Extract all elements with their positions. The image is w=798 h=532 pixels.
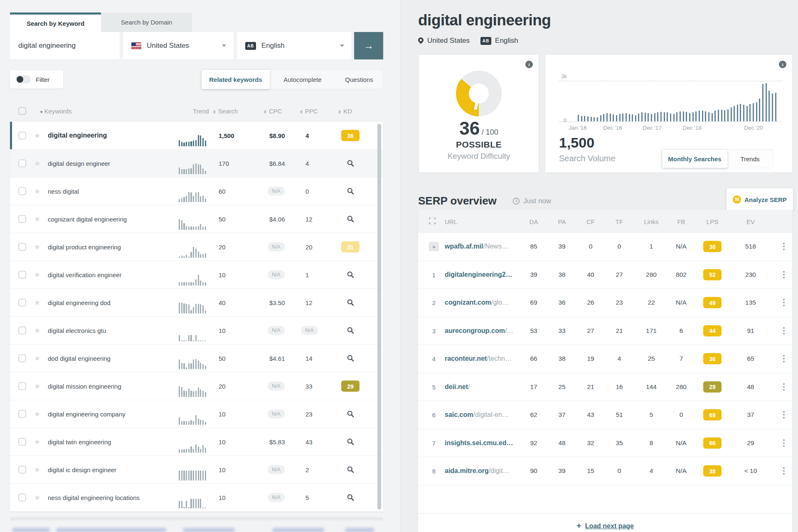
kebab-menu-icon[interactable] — [783, 243, 785, 250]
load-next-page-link[interactable]: Load next page — [585, 522, 634, 530]
serp-url-link[interactable]: digitalengineering2… — [445, 271, 512, 278]
keyword-search-input[interactable] — [10, 32, 120, 59]
serp-url-link[interactable]: aurecongroup.com/… — [445, 327, 513, 335]
select-all-checkbox[interactable] — [18, 107, 26, 115]
tab-search-by-domain[interactable]: Search by Domain — [101, 12, 192, 32]
row-checkbox[interactable] — [18, 271, 26, 279]
info-icon[interactable]: i — [525, 61, 533, 68]
serp-row[interactable]: 7 insights.sei.cmu.ed… 924832358N/A 66 2… — [418, 429, 792, 458]
serp-row[interactable]: 3 aurecongroup.com/… 533327211716 44 91 — [418, 317, 792, 345]
keyword-row[interactable]: ★ digital design engineer 170 $6.84 4 — [10, 150, 383, 177]
serp-url-link[interactable]: insights.sei.cmu.ed… — [445, 439, 513, 447]
row-checkbox[interactable] — [18, 160, 26, 167]
kd-cell[interactable] — [340, 410, 360, 418]
keyword-row[interactable]: ★ digital verification engineer 10 N/A 1 — [10, 261, 383, 289]
serp-url-link[interactable]: saic.com/digital-en… — [445, 411, 509, 419]
kd-cell[interactable]: 31 — [340, 241, 360, 253]
kd-cell[interactable] — [340, 466, 360, 474]
row-checkbox[interactable] — [18, 327, 26, 335]
filter-toggle[interactable]: Filter — [10, 70, 63, 89]
tab-related-keywords[interactable]: Related keywords — [202, 70, 270, 89]
kd-cell[interactable]: 29 — [340, 381, 360, 392]
keyword-row[interactable]: ★ digital twin engineering 10 $5.83 43 — [10, 428, 383, 456]
keyword-row[interactable]: ★ digital product engineering 20 N/A 20 … — [10, 233, 383, 261]
keyword-row[interactable]: ★ dod digital engineering 50 $4.61 14 — [10, 345, 383, 372]
serp-row[interactable]: » wpafb.af.mil/News… 8539001N/A 30 518 — [418, 233, 792, 261]
kd-cell[interactable]: 36 — [340, 130, 360, 141]
kebab-menu-icon[interactable] — [783, 355, 785, 362]
analyze-serp-button[interactable]: M Analyze SERP — [727, 188, 793, 211]
kebab-menu-icon[interactable] — [783, 467, 785, 475]
serp-url-link[interactable]: deii.net/ — [445, 383, 470, 391]
kd-cell[interactable] — [340, 299, 360, 307]
kebab-menu-icon[interactable] — [783, 439, 785, 447]
vertical-scrollbar[interactable] — [377, 124, 381, 510]
column-header-kd[interactable]: ▲▼KD — [338, 107, 352, 114]
tab-search-by-keyword[interactable]: Search by Keyword — [10, 12, 101, 32]
serp-row[interactable]: 4 raconteur.net/techn… 6638194257 36 65 — [418, 345, 792, 373]
serp-row[interactable]: 6 saic.com/digital-en… 6237435150 69 37 — [418, 401, 792, 429]
row-checkbox[interactable] — [18, 494, 26, 502]
country-select[interactable]: United States — [123, 32, 234, 59]
row-checkbox[interactable] — [18, 410, 26, 418]
star-icon[interactable]: ★ — [34, 187, 40, 196]
kd-cell[interactable] — [340, 327, 360, 335]
row-checkbox[interactable] — [18, 187, 26, 195]
serp-row[interactable]: 2 cognizant.com/glo… 6936262322N/A 49 13… — [418, 289, 792, 317]
tab-monthly-searches[interactable]: Monthly Searches — [662, 150, 727, 168]
keyword-row[interactable]: ★ ness digital 60 N/A 0 — [10, 177, 383, 205]
kd-cell[interactable] — [340, 355, 360, 362]
serp-row[interactable]: 8 aida.mitre.org/digit… 90391504N/A 38 <… — [418, 457, 792, 485]
star-icon[interactable]: ★ — [34, 493, 40, 502]
star-icon[interactable]: ★ — [34, 271, 40, 279]
kebab-menu-icon[interactable] — [783, 411, 785, 419]
star-icon[interactable]: ★ — [34, 354, 40, 363]
row-checkbox[interactable] — [18, 299, 26, 307]
keyword-row[interactable]: ★ digital electronics gtu 10 N/A N/A — [10, 317, 383, 345]
kd-cell[interactable] — [340, 438, 360, 446]
row-checkbox[interactable] — [18, 132, 26, 140]
info-icon[interactable]: i — [779, 61, 786, 68]
column-header-keywords[interactable]: ▾Keywords — [40, 107, 71, 114]
star-icon[interactable]: ★ — [34, 131, 40, 140]
row-checkbox[interactable] — [18, 466, 26, 474]
kebab-menu-icon[interactable] — [783, 383, 785, 391]
star-icon[interactable]: ★ — [34, 410, 40, 419]
kd-cell[interactable] — [340, 494, 360, 502]
row-checkbox[interactable] — [18, 438, 26, 446]
star-icon[interactable]: ★ — [34, 438, 40, 446]
row-checkbox[interactable] — [18, 382, 26, 390]
serp-row[interactable]: 1 digitalengineering2… 39384027280802 52… — [418, 261, 792, 289]
kd-cell[interactable] — [340, 187, 360, 195]
keyword-row[interactable]: ★ digital engineering 1,500 $8.90 4 36 — [10, 122, 383, 150]
horizontal-scrollbar[interactable] — [10, 517, 383, 520]
kd-cell[interactable] — [340, 271, 360, 279]
star-icon[interactable]: ★ — [34, 326, 40, 335]
serp-url-link[interactable]: wpafb.af.mil/News… — [445, 243, 508, 250]
serp-url-link[interactable]: aida.mitre.org/digit… — [445, 467, 510, 475]
keyword-row[interactable]: ★ digital engineering company 10 N/A 23 — [10, 400, 383, 428]
column-header-search[interactable]: ▲▼Search — [213, 107, 238, 114]
star-icon[interactable]: ★ — [34, 298, 40, 307]
star-icon[interactable]: ★ — [34, 382, 40, 391]
row-checkbox[interactable] — [18, 215, 26, 223]
serp-row[interactable]: 5 deii.net/ 17252116144280 29 48 — [418, 373, 792, 401]
keyword-row[interactable]: ★ digital ic design engineer 10 N/A 2 — [10, 456, 383, 484]
keyword-row[interactable]: ★ digital mission engineering 20 N/A 33 … — [10, 372, 383, 400]
star-icon[interactable]: ★ — [34, 159, 40, 168]
keyword-row[interactable]: ★ cognizant digital engineering 50 $4.06… — [10, 205, 383, 233]
kebab-menu-icon[interactable] — [783, 299, 785, 306]
kebab-menu-icon[interactable] — [783, 327, 785, 335]
keyword-row[interactable]: ★ ness digital engineering locations 10 … — [10, 484, 383, 512]
kd-cell[interactable] — [340, 160, 360, 167]
star-icon[interactable]: ★ — [34, 243, 40, 251]
row-checkbox[interactable] — [18, 355, 26, 362]
serp-url-link[interactable]: raconteur.net/techn… — [445, 355, 512, 362]
row-checkbox[interactable] — [18, 243, 26, 251]
tab-trends[interactable]: Trends — [727, 150, 773, 168]
tab-autocomplete[interactable]: Autocomplete — [270, 70, 335, 89]
search-submit-button[interactable]: → — [354, 32, 383, 59]
star-icon[interactable]: ★ — [34, 215, 40, 224]
tab-questions[interactable]: Questions — [335, 70, 383, 89]
language-select[interactable]: AB English — [237, 32, 352, 59]
